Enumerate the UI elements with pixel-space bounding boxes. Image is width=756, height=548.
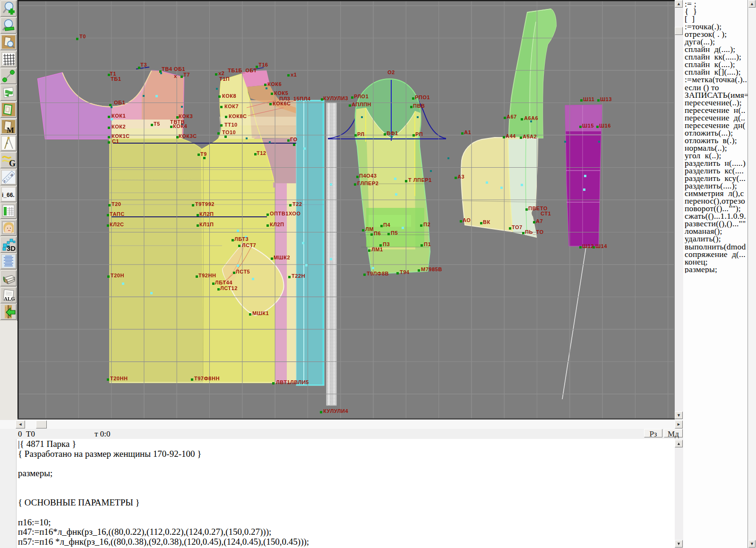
svg-text:КУЛУЛИ4: КУЛУЛИ4 [323, 408, 348, 414]
svg-text:Т16: Т16 [258, 62, 268, 68]
svg-text:ПВВ: ПВВ [413, 103, 425, 109]
svg-text:Т9ЛФ8В: Т9ЛФ8В [367, 271, 389, 276]
svg-text:Т5: Т5 [154, 121, 160, 127]
svg-text:ЛСТ5: ЛСТ5 [236, 269, 250, 274]
svg-text:П5: П5 [391, 230, 398, 236]
svg-text:А5А2: А5А2 [523, 134, 537, 139]
svg-text:КОК3: КОК3 [179, 113, 193, 119]
svg-text:П6: П6 [374, 231, 381, 236]
svg-text:А67: А67 [507, 114, 517, 120]
svg-text:A: A [6, 142, 8, 145]
svg-text:ЛСТ7: ЛСТ7 [242, 242, 256, 248]
svg-text:ГЛПЕР2: ГЛПЕР2 [357, 180, 378, 186]
svg-text:П1: П1 [424, 241, 431, 247]
svg-text:МШК1: МШК1 [252, 310, 269, 316]
svg-text:А3: А3 [457, 174, 464, 180]
svg-text:КОК3С: КОК3С [179, 133, 197, 139]
svg-text:ОБ1: ОБ1 [114, 100, 125, 105]
svg-text:Т3: Т3 [140, 62, 147, 68]
svg-text:ЛБТ3: ЛБТ3 [234, 236, 249, 242]
svg-text:Т20Н: Т20Н [111, 273, 124, 278]
svg-text:х: х [174, 73, 177, 79]
svg-text:КОК5: КОК5 [274, 90, 288, 96]
svg-text:i_66.: i_66. [2, 192, 15, 198]
svg-text:Т97Ф8НН: Т97Ф8НН [194, 376, 220, 381]
svg-text:ЛМ: ЛМ [365, 226, 374, 232]
svg-text:ТБ1Б_ОБТ: ТБ1Б_ОБТ [228, 68, 257, 73]
svg-text:х2: х2 [218, 70, 224, 76]
svg-text:ЛМ1: ЛМ1 [371, 247, 383, 252]
svg-text:Т0: Т0 [79, 34, 86, 39]
svg-text:КЛ2С: КЛ2С [110, 222, 124, 227]
svg-text:О2: О2 [387, 69, 395, 75]
svg-text:ПЬ_ТО: ПЬ_ТО [525, 229, 543, 235]
svg-text:Ш14: Ш14 [595, 243, 607, 249]
svg-text:КОК1: КОК1 [112, 113, 126, 119]
svg-text:РПО1: РПО1 [415, 94, 430, 100]
svg-text:КОК4: КОК4 [173, 123, 187, 129]
svg-text:П2: П2 [423, 222, 430, 227]
svg-text:А44: А44 [506, 133, 516, 139]
svg-text:ALG: ALG [4, 296, 15, 301]
svg-text:Ш13: Ш13 [600, 96, 612, 102]
svg-text:ТО7: ТО7 [512, 224, 523, 230]
svg-text:Т ЛПЕР1: Т ЛПЕР1 [408, 177, 432, 183]
svg-text:КОК7: КОК7 [224, 103, 239, 109]
svg-text:МШК2: МШК2 [274, 255, 290, 260]
svg-text:П3: П3 [383, 241, 390, 247]
svg-text:А1: А1 [464, 129, 471, 135]
svg-text:Ш12: Ш12 [582, 243, 594, 249]
svg-text:ТО10: ТО10 [222, 129, 236, 135]
svg-text:Ш16: Ш16 [599, 123, 611, 128]
svg-text:Ш15: Ш15 [582, 123, 594, 128]
svg-text:Т94: Т94 [400, 269, 410, 275]
svg-text:3D: 3D [7, 244, 16, 252]
svg-text:ТАПС: ТАПС [110, 211, 125, 217]
svg-text:7: 7 [3, 180, 6, 184]
svg-text:СТ1: СТ1 [541, 211, 551, 216]
svg-text:КОК8С: КОК8С [229, 113, 247, 119]
svg-text:КОК6: КОК6 [267, 81, 282, 87]
svg-text:ТТ10: ТТ10 [224, 122, 238, 128]
svg-text:ТВ4 ОБ1: ТВ4 ОБ1 [162, 66, 185, 72]
svg-text:РЛО1: РЛО1 [354, 94, 369, 99]
svg-text:Т9: Т9 [200, 151, 207, 157]
svg-text:ЛБТ44: ЛБТ44 [215, 280, 232, 285]
svg-text:А7: А7 [536, 218, 543, 224]
svg-text:ТБ1: ТБ1 [111, 76, 121, 82]
svg-text:КЛ1П: КЛ1П [199, 222, 214, 227]
svg-text:КОК8: КОК8 [222, 93, 236, 99]
svg-text:А6А6: А6А6 [524, 115, 538, 121]
svg-text:Т1П: Т1П [219, 76, 230, 82]
svg-text:ЛВТ1ЛВЛИ5: ЛВТ1ЛВЛИ5 [276, 379, 309, 385]
svg-text:КЛ2П: КЛ2П [270, 222, 284, 227]
svg-text:M: M [7, 126, 14, 134]
svg-text:Т9Т992: Т9Т992 [195, 201, 215, 207]
svg-text:Т12: Т12 [257, 150, 266, 156]
svg-text:КЛ2П: КЛ2П [199, 211, 214, 217]
svg-text:РП: РП [415, 131, 423, 137]
svg-text:Т20НН: Т20НН [110, 376, 128, 381]
svg-text:х1: х1 [291, 72, 297, 77]
svg-text:С1: С1 [112, 138, 119, 144]
svg-text:Т92НН: Т92НН [198, 273, 216, 278]
svg-text:РЛ: РЛ [357, 131, 364, 137]
svg-text:8: 8 [11, 173, 13, 177]
svg-text:ЛСТ12: ЛСТ12 [220, 285, 238, 291]
svg-text:АПЛПН: АПЛПН [352, 102, 371, 107]
svg-text:Ш11: Ш11 [583, 96, 594, 102]
svg-text:ОПТВ1ХОО: ОПТВ1ХОО [270, 211, 301, 216]
svg-text:G: G [9, 159, 16, 167]
svg-text:КОК6С: КОК6С [273, 101, 291, 106]
svg-text:ВК: ВК [483, 219, 490, 225]
svg-text:Т22: Т22 [292, 201, 302, 207]
svg-text:Т7: Т7 [183, 72, 190, 77]
svg-text:КОК2: КОК2 [112, 124, 126, 129]
svg-text:ГО: ГО [290, 137, 298, 142]
svg-text:М7985В: М7985В [421, 266, 442, 272]
svg-text:АО: АО [463, 217, 471, 223]
svg-text:КУЛУЛИ3: КУЛУЛИ3 [323, 95, 348, 101]
svg-text:ВФ1: ВФ1 [387, 130, 398, 136]
svg-text:П4: П4 [383, 222, 390, 228]
svg-text:Т22Н: Т22Н [292, 273, 305, 279]
